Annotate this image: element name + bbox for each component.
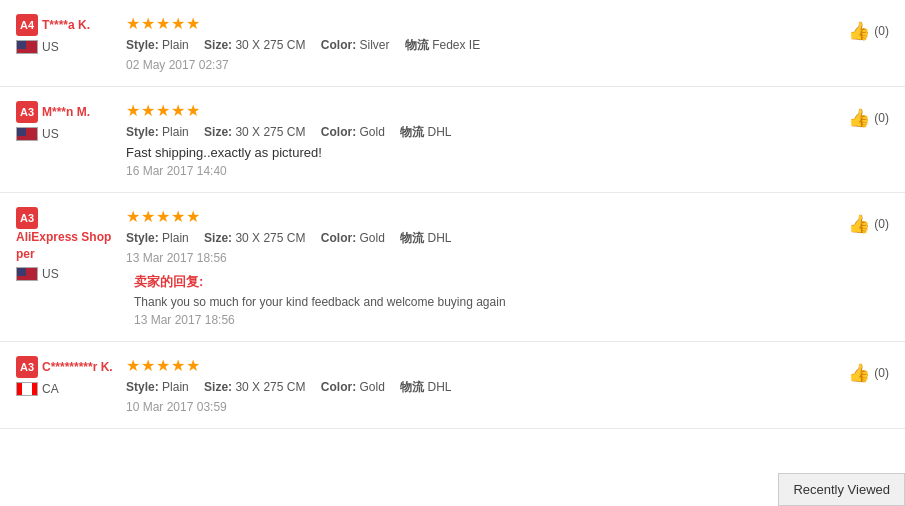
thumbs-up-icon: 👍	[848, 213, 870, 235]
country-label: US	[42, 127, 59, 141]
review-content: ★★★★★Style: Plain Size: 30 X 275 CM Colo…	[126, 14, 838, 72]
country-label: US	[42, 267, 59, 281]
star-rating: ★★★★★	[126, 356, 838, 375]
review-item: A3M***n M.US★★★★★Style: Plain Size: 30 X…	[0, 87, 905, 193]
product-details: Style: Plain Size: 30 X 275 CM Color: Go…	[126, 230, 838, 247]
like-section: 👍(0)	[848, 356, 889, 414]
like-button[interactable]: 👍(0)	[848, 362, 889, 384]
seller-reply-date: 13 Mar 2017 18:56	[134, 313, 838, 327]
like-count: (0)	[874, 111, 889, 125]
review-item: A3C*********r K.CA★★★★★Style: Plain Size…	[0, 342, 905, 429]
review-item: A4T****a K.US★★★★★Style: Plain Size: 30 …	[0, 0, 905, 87]
like-count: (0)	[874, 366, 889, 380]
like-section: 👍(0)	[848, 207, 889, 327]
avatar-badge: A4	[16, 14, 38, 36]
avatar-badge: A3	[16, 207, 38, 229]
review-date: 13 Mar 2017 18:56	[126, 251, 838, 265]
country-flag	[16, 267, 38, 281]
country-row: CA	[16, 382, 116, 396]
like-section: 👍(0)	[848, 101, 889, 178]
country-label: US	[42, 40, 59, 54]
review-content: ★★★★★Style: Plain Size: 30 X 275 CM Colo…	[126, 101, 838, 178]
like-count: (0)	[874, 217, 889, 231]
review-content: ★★★★★Style: Plain Size: 30 X 275 CM Colo…	[126, 207, 838, 327]
country-flag	[16, 40, 38, 54]
product-details: Style: Plain Size: 30 X 275 CM Color: Si…	[126, 37, 838, 54]
reviewer-name: C*********r K.	[42, 359, 113, 376]
country-row: US	[16, 127, 116, 141]
star-rating: ★★★★★	[126, 101, 838, 120]
review-date: 02 May 2017 02:37	[126, 58, 838, 72]
reviewer-name: AliExpress Shopper	[16, 229, 116, 263]
country-row: US	[16, 267, 116, 281]
review-date: 10 Mar 2017 03:59	[126, 400, 838, 414]
star-rating: ★★★★★	[126, 207, 838, 226]
thumbs-up-icon: 👍	[848, 20, 870, 42]
product-details: Style: Plain Size: 30 X 275 CM Color: Go…	[126, 124, 838, 141]
reviewer-info: A3C*********r K.CA	[16, 356, 116, 414]
like-button[interactable]: 👍(0)	[848, 107, 889, 129]
review-text: Fast shipping..exactly as pictured!	[126, 145, 838, 160]
review-content: ★★★★★Style: Plain Size: 30 X 275 CM Colo…	[126, 356, 838, 414]
like-count: (0)	[874, 24, 889, 38]
thumbs-up-icon: 👍	[848, 362, 870, 384]
like-button[interactable]: 👍(0)	[848, 213, 889, 235]
thumbs-up-icon: 👍	[848, 107, 870, 129]
country-flag	[16, 382, 38, 396]
reviewer-info: A4T****a K.US	[16, 14, 116, 72]
product-details: Style: Plain Size: 30 X 275 CM Color: Go…	[126, 379, 838, 396]
review-item: A3AliExpress ShopperUS★★★★★Style: Plain …	[0, 193, 905, 342]
recently-viewed-button[interactable]: Recently Viewed	[778, 473, 905, 506]
avatar-badge: A3	[16, 101, 38, 123]
like-button[interactable]: 👍(0)	[848, 20, 889, 42]
review-list: A4T****a K.US★★★★★Style: Plain Size: 30 …	[0, 0, 905, 429]
like-section: 👍(0)	[848, 14, 889, 72]
seller-reply-text: Thank you so much for your kind feedback…	[134, 295, 838, 309]
reviewer-name: T****a K.	[42, 17, 90, 34]
review-date: 16 Mar 2017 14:40	[126, 164, 838, 178]
seller-reply-label: 卖家的回复:	[134, 273, 838, 291]
country-flag	[16, 127, 38, 141]
reviewer-info: A3AliExpress ShopperUS	[16, 207, 116, 327]
reviewer-info: A3M***n M.US	[16, 101, 116, 178]
country-row: US	[16, 40, 116, 54]
reviewer-name: M***n M.	[42, 104, 90, 121]
country-label: CA	[42, 382, 59, 396]
seller-reply: 卖家的回复:Thank you so much for your kind fe…	[126, 273, 838, 327]
star-rating: ★★★★★	[126, 14, 838, 33]
avatar-badge: A3	[16, 356, 38, 378]
